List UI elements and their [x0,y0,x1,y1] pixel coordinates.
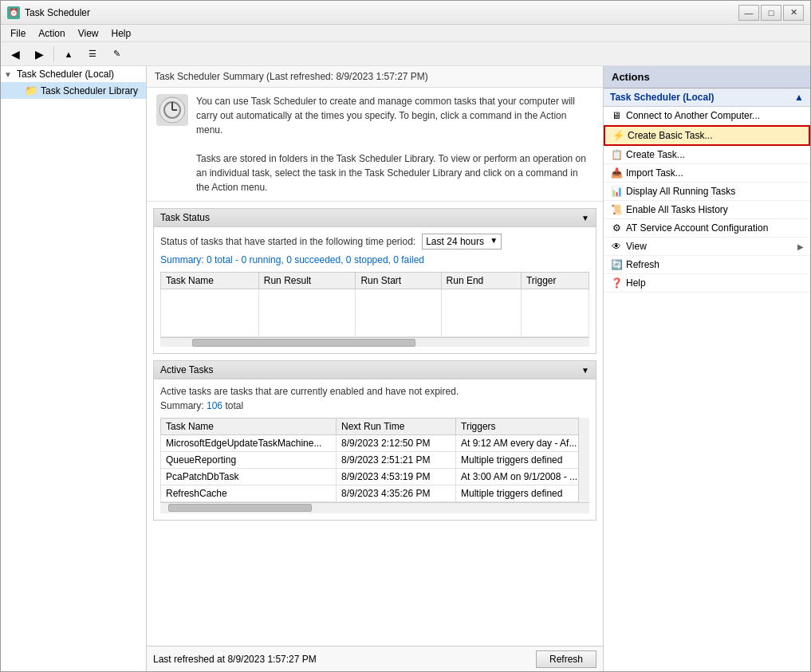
sidebar-item-taskscheduler-label: Task Scheduler (Local) [17,69,114,80]
sidebar-item-library[interactable]: 📁 Task Scheduler Library [1,82,146,99]
table-row[interactable]: RefreshCache 8/9/2023 4:35:26 PM Multipl… [161,485,589,502]
sidebar: ▼ Task Scheduler (Local) 📁 Task Schedule… [1,66,147,671]
action-icon-computer: 🖥 [610,109,623,122]
time-period-value: Last 24 hours [426,236,484,247]
content-area: Task Scheduler Summary (Last refreshed: … [147,66,603,671]
table-row[interactable]: MicrosoftEdgeUpdateTaskMachine... 8/9/20… [161,435,589,452]
action-icon-config: ⚙ [610,222,623,234]
properties-button[interactable]: ✎ [105,45,128,64]
active-hscroll-thumb[interactable] [168,504,312,512]
active-tasks-desc: Active tasks are tasks that are currentl… [160,386,589,397]
last-refreshed-label: Last refreshed at 8/9/2023 1:57:27 PM [153,654,317,665]
refresh-button[interactable]: Refresh [536,650,596,668]
task-status-table-wrapper: Task Name Run Result Run Start Run End T… [160,272,589,347]
menu-view[interactable]: View [72,25,105,42]
intro-icon [156,94,188,126]
next-run-cell: 8/9/2023 2:12:50 PM [337,435,456,452]
close-button[interactable]: ✕ [783,5,804,21]
folder-icon: 📁 [25,84,37,96]
col-trigger: Trigger [521,273,589,289]
action-item-import-task[interactable]: 📥 Import Task... [604,164,810,183]
hscroll-thumb[interactable] [192,339,415,347]
vtable-scrollbar[interactable] [578,418,589,513]
status-row: Status of tasks that have started in the… [160,234,589,250]
action-label: Connect to Another Computer... [626,110,760,121]
total-count: 0 [207,254,212,265]
next-run-cell: 8/9/2023 4:35:26 PM [337,485,456,502]
task-status-table: Task Name Run Result Run Start Run End T… [160,272,589,337]
active-tasks-section: Active Tasks ▼ Active tasks are tasks th… [153,360,596,521]
task-status-header: Task Status ▼ [154,209,596,227]
menu-action[interactable]: Action [32,25,71,42]
action-item-refresh[interactable]: 🔄 Refresh [604,256,810,274]
intro-para1: You can use Task Scheduler to create and… [196,94,593,137]
active-tasks-header-row: Task Name Next Run Time Triggers [161,419,589,435]
running-count: 0 [241,254,246,265]
action-item-connect-to-another-computer[interactable]: 🖥 Connect to Another Computer... [604,107,810,125]
active-tasks-hscroll[interactable] [160,502,589,513]
intro-text: You can use Task Scheduler to create and… [196,94,593,195]
active-tasks-collapse[interactable]: ▼ [581,366,589,375]
minimize-button[interactable]: — [738,5,759,21]
task-status-collapse[interactable]: ▼ [581,214,589,222]
app-icon: ⏰ [7,6,20,19]
content-body: You can use Task Scheduler to create and… [147,88,603,646]
task-name-cell: PcaPatchDbTask [161,469,337,485]
action-label: Create Task... [626,149,685,160]
action-item-create-basic-task[interactable]: ⚡ Create Basic Task... [604,125,810,146]
content-header: Task Scheduler Summary (Last refreshed: … [147,66,603,88]
action-item-help[interactable]: ❓ Help [604,274,810,293]
sidebar-item-taskscheduler-local[interactable]: ▼ Task Scheduler (Local) [1,66,146,82]
stopped-count: 0 [346,254,352,265]
forward-button[interactable]: ▶ [28,45,50,64]
back-button[interactable]: ◀ [4,45,26,64]
toolbar: ◀ ▶ ▲ ☰ ✎ [1,42,810,66]
bottom-bar: Last refreshed at 8/9/2023 1:57:27 PM Re… [147,646,603,671]
task-status-label: Task Status [160,212,210,223]
table-row-empty [161,289,589,337]
action-label: Help [626,277,646,289]
table-row[interactable]: QueueReporting 8/9/2023 2:51:21 PM Multi… [161,452,589,469]
toolbar-separator [53,46,54,62]
actions-items-container: 🖥 Connect to Another Computer... ⚡ Creat… [604,107,810,293]
actions-section-text: Task Scheduler (Local) [610,92,714,103]
actions-panel-header: Actions [604,66,810,88]
action-label: Import Task... [626,167,683,179]
task-status-hscroll[interactable] [160,337,589,347]
intro-para2: Tasks are stored in folders in the Task … [196,151,593,195]
action-icon-history: 📜 [610,203,623,216]
action-icon-lightning: ⚡ [612,129,624,142]
maximize-button[interactable]: □ [761,5,781,21]
menu-help[interactable]: Help [105,25,138,42]
window-controls: — □ ✕ [738,5,804,21]
triggers-cell: At 9:12 AM every day - Af... [456,435,589,452]
action-item-at-service-account-configuration[interactable]: ⚙ AT Service Account Configuration [604,219,810,238]
col-task-name: Task Name [161,273,259,289]
actions-section-label: Task Scheduler (Local) ▲ [604,88,810,107]
time-period-dropdown[interactable]: Last 24 hours ▼ [422,234,502,250]
action-item-display-all-running-tasks[interactable]: 📊 Display All Running Tasks [604,183,810,201]
task-status-content: Status of tasks that have started in the… [154,227,596,353]
action-item-view[interactable]: 👁 View ▶ [604,238,810,256]
menu-file[interactable]: File [4,25,32,42]
table-row[interactable]: PcaPatchDbTask 8/9/2023 4:53:19 PM At 3:… [161,469,589,485]
action-item-create-task[interactable]: 📋 Create Task... [604,146,810,164]
console-button[interactable]: ☰ [81,45,104,64]
action-label: Refresh [626,259,659,270]
action-item-enable-all-tasks-history[interactable]: 📜 Enable All Tasks History [604,201,810,219]
empty-cell [161,289,259,337]
actions-panel: Actions Task Scheduler (Local) ▲ 🖥 Conne… [603,66,810,671]
action-label: Create Basic Task... [628,130,713,141]
next-run-cell: 8/9/2023 2:51:21 PM [337,452,456,469]
action-icon-refresh: 🔄 [610,258,623,271]
succeeded-count: 0 [286,254,292,265]
action-icon-display: 📊 [610,185,623,198]
menu-bar: File Action View Help [1,25,810,42]
active-tasks-table: Task Name Next Run Time Triggers Microso… [160,418,589,502]
failed-count: 0 [393,254,399,265]
up-button[interactable]: ▲ [57,45,80,64]
actions-section-collapse[interactable]: ▲ [794,92,804,103]
task-name-cell: QueueReporting [161,452,337,469]
empty-cell4 [441,289,521,337]
col-triggers: Triggers [456,419,589,435]
